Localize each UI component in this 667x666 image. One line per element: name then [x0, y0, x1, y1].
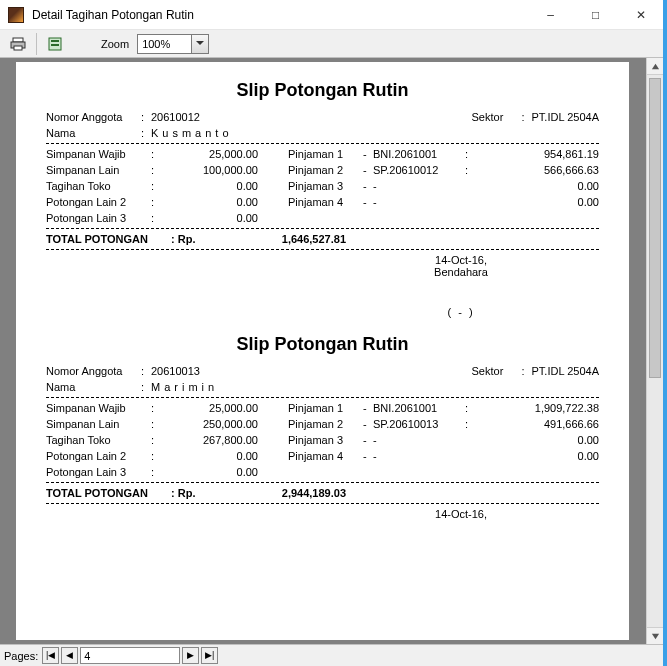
slip-title: Slip Potongan Rutin: [46, 334, 599, 355]
report-viewport: Slip Potongan Rutin Nomor Anggota : 2061…: [0, 58, 663, 644]
value-potongan-lain-2: 0.00: [163, 196, 258, 208]
svg-marker-7: [651, 633, 658, 638]
value-tagihan-toko: 267,800.00: [163, 434, 258, 446]
label-total-potongan: TOTAL POTONGAN: [46, 487, 171, 499]
label-pinjaman-2: Pinjaman 2: [288, 164, 363, 176]
value-sektor: PT.IDL 2504A: [532, 365, 599, 377]
label-simpanan-lain: Simpanan Lain: [46, 418, 151, 430]
value-pinjaman-4: 0.00: [475, 450, 599, 462]
svg-rect-2: [14, 46, 22, 50]
label-pinjaman-1: Pinjaman 1: [288, 148, 363, 160]
chevron-down-icon: [191, 35, 208, 53]
label-sektor: Sektor: [472, 365, 522, 377]
desc-pinjaman-3: -: [373, 434, 465, 446]
label-nama: Nama: [46, 381, 141, 393]
label-potongan-lain-3: Potongan Lain 3: [46, 212, 151, 224]
value-pinjaman-2: 566,666.63: [475, 164, 599, 176]
separator: [46, 143, 599, 144]
prev-page-button[interactable]: ◀: [61, 647, 78, 664]
value-simpanan-lain: 250,000.00: [163, 418, 258, 430]
value-sektor: PT.IDL 2504A: [532, 111, 599, 123]
scroll-thumb[interactable]: [649, 78, 661, 378]
label-pinjaman-4: Pinjaman 4: [288, 450, 363, 462]
label-sektor: Sektor: [472, 111, 522, 123]
desc-pinjaman-1: BNI.2061001: [373, 402, 465, 414]
value-nama: Kusmanto: [151, 127, 599, 139]
zoom-label: Zoom: [101, 38, 129, 50]
toolbar-separator: [36, 33, 37, 55]
minimize-button[interactable]: –: [528, 0, 573, 29]
page-number-input[interactable]: 4: [80, 647, 180, 664]
value-pinjaman-3: 0.00: [475, 434, 599, 446]
scroll-down-icon[interactable]: [647, 627, 663, 644]
value-simpanan-wajib: 25,000.00: [163, 148, 258, 160]
value-potongan-lain-3: 0.00: [163, 466, 258, 478]
signature-block: 14-Oct-16, Bendahara ( - ): [366, 254, 556, 318]
label-nomor-anggota: Nomor Anggota: [46, 365, 141, 377]
label-potongan-lain-3: Potongan Lain 3: [46, 466, 151, 478]
print-button[interactable]: [6, 33, 30, 55]
toolbar: Zoom 100%: [0, 30, 663, 58]
label-pinjaman-2: Pinjaman 2: [288, 418, 363, 430]
pages-label: Pages:: [4, 650, 38, 662]
print-icon: [10, 36, 26, 52]
window-titlebar: Detail Tagihan Potongan Rutin – □ ✕: [0, 0, 663, 30]
value-tagihan-toko: 0.00: [163, 180, 258, 192]
label-potongan-lain-2: Potongan Lain 2: [46, 196, 151, 208]
desc-pinjaman-3: -: [373, 180, 465, 192]
maximize-button[interactable]: □: [573, 0, 618, 29]
close-button[interactable]: ✕: [618, 0, 663, 29]
label-pinjaman-1: Pinjaman 1: [288, 402, 363, 414]
value-potongan-lain-3: 0.00: [163, 212, 258, 224]
desc-pinjaman-1: BNI.2061001: [373, 148, 465, 160]
last-page-button[interactable]: ▶|: [201, 647, 218, 664]
svg-rect-0: [13, 38, 23, 42]
value-pinjaman-2: 491,666.66: [475, 418, 599, 430]
value-nomor-anggota: 20610013: [151, 365, 472, 377]
slip-title: Slip Potongan Rutin: [46, 80, 599, 101]
export-icon: [47, 36, 63, 52]
sign-date: 14-Oct-16,: [366, 254, 556, 266]
value-nama: Marimin: [151, 381, 599, 393]
signature-block: 14-Oct-16,: [366, 508, 556, 520]
label-nama: Nama: [46, 127, 141, 139]
svg-rect-5: [51, 44, 59, 46]
value-pinjaman-4: 0.00: [475, 196, 599, 208]
label-pinjaman-3: Pinjaman 3: [288, 180, 363, 192]
separator: [46, 249, 599, 250]
zoom-select[interactable]: 100%: [137, 34, 209, 54]
value-pinjaman-1: 954,861.19: [475, 148, 599, 160]
slip: Slip Potongan Rutin Nomor Anggota : 2061…: [46, 80, 599, 318]
next-page-button[interactable]: ▶: [182, 647, 199, 664]
separator: [46, 397, 599, 398]
value-potongan-lain-2: 0.00: [163, 450, 258, 462]
sign-role: Bendahara: [366, 266, 556, 278]
value-simpanan-lain: 100,000.00: [163, 164, 258, 176]
label-simpanan-lain: Simpanan Lain: [46, 164, 151, 176]
svg-rect-4: [51, 40, 59, 42]
label-simpanan-wajib: Simpanan Wajib: [46, 148, 151, 160]
label-pinjaman-4: Pinjaman 4: [288, 196, 363, 208]
value-total: 1,646,527.81: [201, 233, 346, 245]
label-nomor-anggota: Nomor Anggota: [46, 111, 141, 123]
separator: [46, 482, 599, 483]
first-page-button[interactable]: |◀: [42, 647, 59, 664]
total-row: TOTAL POTONGAN : Rp. 2,944,189.03: [46, 487, 599, 499]
separator: [46, 503, 599, 504]
label-simpanan-wajib: Simpanan Wajib: [46, 402, 151, 414]
separator: [46, 228, 599, 229]
slip: Slip Potongan Rutin Nomor Anggota : 2061…: [46, 334, 599, 520]
export-button[interactable]: [43, 33, 67, 55]
report-page: Slip Potongan Rutin Nomor Anggota : 2061…: [16, 62, 629, 640]
label-tagihan-toko: Tagihan Toko: [46, 434, 151, 446]
vertical-scrollbar[interactable]: [646, 58, 663, 644]
total-row: TOTAL POTONGAN : Rp. 1,646,527.81: [46, 233, 599, 245]
desc-pinjaman-2: SP.20610012: [373, 164, 465, 176]
value-nomor-anggota: 20610012: [151, 111, 472, 123]
value-pinjaman-1: 1,909,722.38: [475, 402, 599, 414]
value-total: 2,944,189.03: [201, 487, 346, 499]
app-icon: [8, 7, 24, 23]
scroll-up-icon[interactable]: [647, 58, 663, 75]
desc-pinjaman-2: SP.20610013: [373, 418, 465, 430]
sign-date: 14-Oct-16,: [366, 508, 556, 520]
